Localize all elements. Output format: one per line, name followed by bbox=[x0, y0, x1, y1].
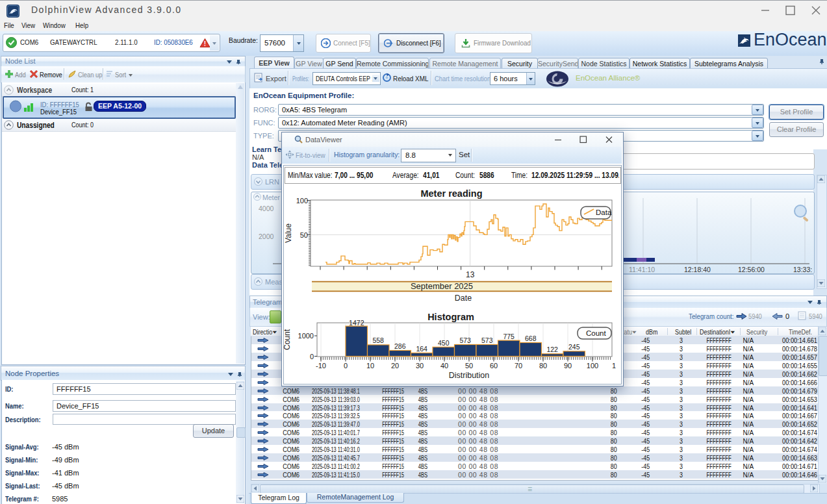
svg-text:122: 122 bbox=[546, 346, 558, 353]
svg-text:100: 100 bbox=[296, 197, 308, 205]
svg-text:Distribution: Distribution bbox=[449, 371, 490, 380]
svg-text:1: 1 bbox=[612, 362, 616, 370]
svg-text:20: 20 bbox=[391, 362, 399, 370]
svg-text:80: 80 bbox=[539, 362, 547, 370]
svg-text:50: 50 bbox=[300, 231, 308, 239]
svg-text:10: 10 bbox=[366, 362, 374, 370]
svg-text:450: 450 bbox=[438, 339, 450, 347]
svg-text:Histogram: Histogram bbox=[427, 312, 474, 322]
svg-text:0: 0 bbox=[310, 353, 314, 360]
svg-text:0: 0 bbox=[344, 362, 348, 370]
svg-text:775: 775 bbox=[503, 333, 515, 340]
svg-text:Meter reading: Meter reading bbox=[420, 188, 482, 199]
svg-text:Date: Date bbox=[455, 294, 472, 303]
svg-text:668: 668 bbox=[525, 334, 537, 342]
svg-text:Count: Count bbox=[586, 329, 606, 337]
svg-text:70: 70 bbox=[515, 362, 522, 370]
svg-text:1000: 1000 bbox=[298, 332, 314, 340]
svg-text:Data: Data bbox=[596, 208, 612, 216]
svg-text:1472: 1472 bbox=[349, 319, 364, 327]
svg-text:100: 100 bbox=[587, 362, 598, 370]
svg-text:286: 286 bbox=[394, 342, 406, 350]
svg-text:13: 13 bbox=[466, 270, 475, 279]
svg-text:!: ! bbox=[204, 40, 206, 47]
svg-text:164: 164 bbox=[416, 345, 427, 353]
svg-text:40: 40 bbox=[440, 362, 448, 370]
svg-text:Value: Value bbox=[284, 223, 293, 243]
svg-text:245: 245 bbox=[568, 343, 580, 351]
svg-text:-10: -10 bbox=[316, 362, 326, 370]
svg-text:30: 30 bbox=[416, 362, 424, 370]
svg-text:90: 90 bbox=[564, 362, 572, 370]
svg-text:September 2025: September 2025 bbox=[411, 281, 473, 291]
svg-text:60: 60 bbox=[490, 362, 498, 370]
svg-text:573: 573 bbox=[459, 336, 471, 344]
svg-text:558: 558 bbox=[372, 336, 384, 344]
svg-text:573: 573 bbox=[481, 336, 493, 344]
svg-text:50: 50 bbox=[465, 362, 473, 370]
svg-text:Count: Count bbox=[283, 329, 292, 350]
